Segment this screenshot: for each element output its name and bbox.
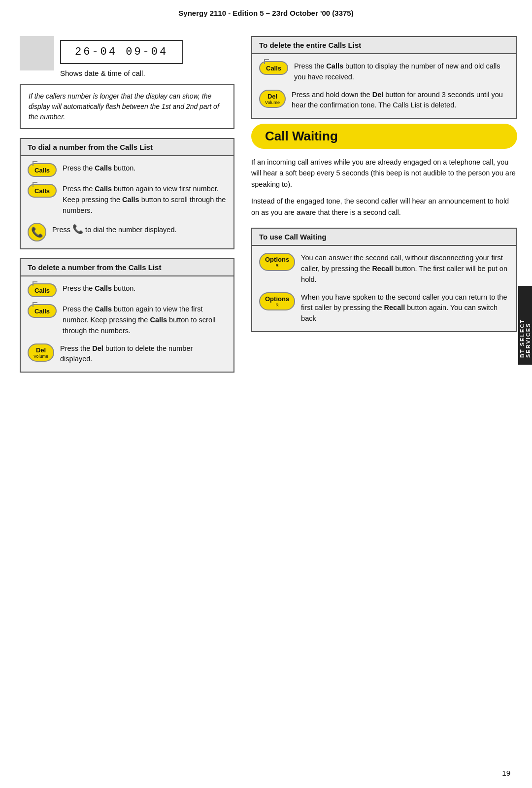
use-call-waiting-section: To use Call Waiting Options R You can an… [251,228,517,332]
display-box-row: 26-04 09-04 Shows date & time of call. [20,36,234,77]
right-column: To delete the entire Calls List Calls Pr… [246,31,517,381]
delete-section: To delete a number from the Calls List C… [20,258,234,373]
del-button-2[interactable]: Del Volume [259,90,286,108]
delete-entire-item-1: Calls Press the Calls button to display … [259,61,509,83]
use-call-waiting-item-1-text: You can answer the second call, without … [301,253,509,285]
use-call-waiting-header: To use Call Waiting [252,229,516,246]
page-number: 19 [502,769,510,777]
calls-button-3[interactable]: Calls [28,283,57,297]
calls-button-4[interactable]: Calls [28,304,57,318]
call-waiting-text-1: If an incoming call arrives while you ar… [251,157,517,190]
bt-sidebar: BT SELECT SERVICES [518,286,532,365]
dial-section: To dial a number from the Calls List Cal… [20,138,234,249]
phone-button[interactable]: 📞 [28,223,46,241]
delete-entire-item-2-text: Press and hold down the Del button for a… [292,90,509,111]
use-call-waiting-item-2: Options R When you have spoken to the se… [259,292,509,324]
delete-item-1-text: Press the Calls button. [63,283,135,294]
delete-section-body: Calls Press the Calls button. Calls Pres… [21,276,233,372]
del-button-1[interactable]: Del Volume [28,343,54,362]
calls-button-5[interactable]: Calls [259,61,288,75]
italic-note: If the callers number is longer that the… [20,84,234,129]
dial-item-2: Calls Press the Calls button again to vi… [28,184,227,216]
calls-button-2[interactable]: Calls [28,184,57,198]
display-desc: Shows date & time of call. [60,69,183,77]
options-button-2[interactable]: Options R [259,292,295,310]
left-column: 26-04 09-04 Shows date & time of call. I… [20,31,246,381]
use-call-waiting-body: Options R You can answer the second call… [252,246,516,331]
calls-button-1[interactable]: Calls [28,163,57,177]
dial-item-1-text: Press the Calls button. [63,163,135,174]
dial-section-body: Calls Press the Calls button. Calls Pres… [21,156,233,248]
call-waiting-text-2: Instead of the engaged tone, the second … [251,196,517,218]
delete-item-2: Calls Press the Calls button again to vi… [28,304,227,336]
delete-entire-section: To delete the entire Calls List Calls Pr… [251,36,517,119]
delete-item-3: Del Volume Press the Del button to delet… [28,343,227,365]
options-button-1[interactable]: Options R [259,253,295,271]
delete-item-3-text: Press the Del button to delete the numbe… [60,343,227,365]
dial-item-3-text: Press 📞 to dial the number displayed. [52,223,177,236]
dial-item-3: 📞 Press 📞 to dial the number displayed. [28,223,227,241]
delete-entire-item-1-text: Press the Calls button to display the nu… [294,61,509,83]
call-waiting-heading: Call Waiting [251,124,517,149]
phone-image [20,36,54,70]
delete-entire-body: Calls Press the Calls button to display … [252,54,516,118]
delete-item-1: Calls Press the Calls button. [28,283,227,297]
page-header: Synergy 2110 - Edition 5 – 23rd October … [0,0,532,22]
delete-section-header: To delete a number from the Calls List [21,259,233,276]
delete-entire-item-2: Del Volume Press and hold down the Del b… [259,90,509,111]
use-call-waiting-item-1: Options R You can answer the second call… [259,253,509,285]
dial-item-1: Calls Press the Calls button. [28,163,227,177]
delete-entire-header: To delete the entire Calls List [252,37,516,54]
use-call-waiting-item-2-text: When you have spoken to the second calle… [301,292,509,324]
dial-item-2-text: Press the Calls button again to view fir… [63,184,227,216]
display-value: 26-04 09-04 [60,40,183,64]
dial-section-header: To dial a number from the Calls List [21,139,233,156]
delete-item-2-text: Press the Calls button again to view the… [63,304,227,336]
